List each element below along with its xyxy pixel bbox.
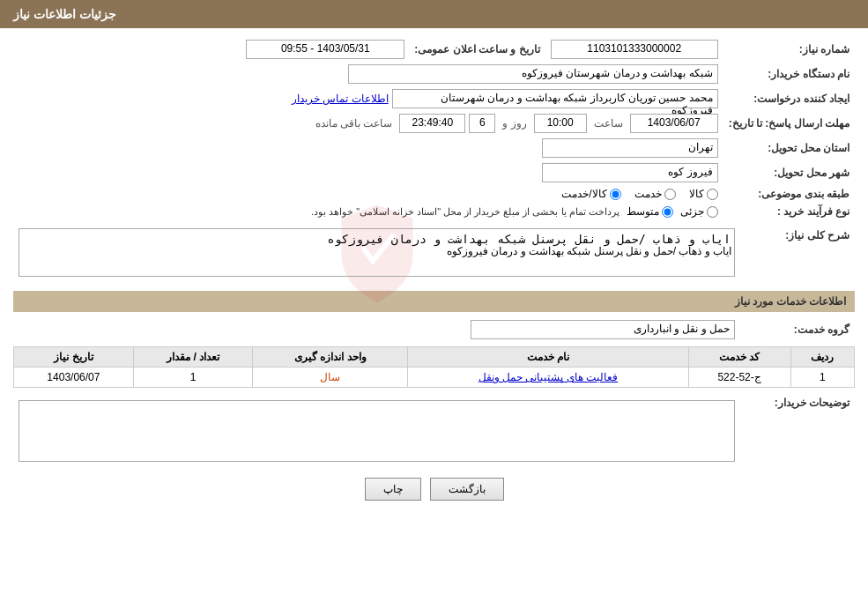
page-title: جزئیات اطلاعات نیاز <box>13 7 116 21</box>
announce-date-label: تاریخ و ساعت اعلان عمومی: <box>410 37 545 62</box>
footer-buttons: بازگشت چاپ <box>13 467 855 511</box>
deadline-time-label: ساعت <box>594 117 623 130</box>
need-description-textarea[interactable] <box>19 228 735 277</box>
radio-mottaset[interactable]: متوسط <box>627 205 673 218</box>
creator-label: ایجاد کننده درخواست: <box>723 86 855 111</box>
table-row: 1 ج-52-522 فعالیت های پشتیبانی حمل ونقل … <box>14 368 855 388</box>
radio-khedmat[interactable]: خدمت <box>634 188 676 200</box>
deadline-days-label: روز و <box>502 117 526 130</box>
city-value: فیروز کوه <box>13 160 723 185</box>
cell-name[interactable]: فعالیت های پشتیبانی حمل ونقل <box>408 368 688 388</box>
deadline-days-box: 6 <box>469 114 495 133</box>
need-number-label: شماره نیاز: <box>723 37 855 62</box>
radio-kala-khedmat[interactable]: کالا/خدمت <box>561 188 620 200</box>
purchase-type-row: جزئی متوسط پرداخت تمام یا بخشی از مبلغ خ… <box>13 203 723 220</box>
radio-khedmat-input[interactable] <box>664 189 676 200</box>
col-name: نام خدمت <box>408 347 688 368</box>
need-number-box: 1103101333000002 <box>551 40 718 59</box>
page-wrapper: جزئیات اطلاعات نیاز شماره نیاز: 11031013… <box>0 0 868 609</box>
service-group-label: گروه خدمت: <box>740 317 855 342</box>
deadline-date-box: 1403/06/07 <box>630 114 718 133</box>
main-content: شماره نیاز: 1103101333000002 تاریخ و ساع… <box>0 28 868 520</box>
col-unit: واحد اندازه گیری <box>253 347 408 368</box>
need-description-table: شرح کلی نیاز: <box>13 226 855 282</box>
purchase-notice: پرداخت تمام یا بخشی از مبلغ خریدار از مح… <box>311 206 619 218</box>
category-options: کالا خدمت کالا/خدمت <box>13 185 723 203</box>
announce-date-box: 1403/05/31 - 09:55 <box>246 40 404 59</box>
need-number-value: 1103101333000002 <box>545 37 723 62</box>
radio-jozei[interactable]: جزئی <box>680 205 718 218</box>
radio-kala[interactable]: کالا <box>689 188 718 200</box>
province-value: تهران <box>13 136 723 160</box>
radio-mottaset-input[interactable] <box>662 206 673 218</box>
need-description-label: شرح کلی نیاز: <box>740 226 855 282</box>
radio-kala-khedmat-input[interactable] <box>610 189 621 200</box>
radio-khedmat-label: خدمت <box>634 188 662 200</box>
radio-kala-input[interactable] <box>707 189 718 200</box>
radio-kala-khedmat-label: کالا/خدمت <box>561 188 606 200</box>
col-row: ردیف <box>790 347 854 368</box>
city-box: فیروز کوه <box>542 163 718 182</box>
buyer-name-label: نام دستگاه خریدار: <box>723 62 855 86</box>
contact-info-link[interactable]: اطلاعات تماس خریدار <box>292 93 389 105</box>
cell-unit: سال <box>253 368 408 388</box>
deadline-remaining-box: 23:49:40 <box>399 114 465 133</box>
page-header: جزئیات اطلاعات نیاز <box>0 0 868 28</box>
need-description-cell <box>13 226 740 282</box>
basic-info-table: شماره نیاز: 1103101333000002 تاریخ و ساع… <box>13 37 855 220</box>
service-group-box: حمل و نقل و انبارداری <box>471 320 735 339</box>
cell-date: 1403/06/07 <box>14 368 134 388</box>
cell-code: ج-52-522 <box>688 368 790 388</box>
radio-jozei-input[interactable] <box>707 206 718 218</box>
announce-date-value: 1403/05/31 - 09:55 <box>13 37 410 62</box>
province-box: تهران <box>542 138 718 158</box>
deadline-remaining-label: ساعت باقی مانده <box>315 117 393 130</box>
buyer-description-textarea[interactable] <box>19 400 735 462</box>
category-label: طبقه بندی موضوعی: <box>723 185 855 203</box>
service-group-table: گروه خدمت: حمل و نقل و انبارداری <box>13 317 855 342</box>
buyer-name-box: شبکه بهداشت و درمان شهرستان فیروزکوه <box>348 64 718 84</box>
col-qty: تعداد / مقدار <box>133 347 253 368</box>
creator-box: محمد حسین توریان کاربرداز شبکه بهداشت و … <box>392 89 718 108</box>
deadline-time-box: 10:00 <box>534 114 587 133</box>
purchase-type-label: نوع فرآیند خرید : <box>723 203 855 220</box>
print-button[interactable]: چاپ <box>365 478 421 501</box>
radio-jozei-label: جزئی <box>680 205 704 218</box>
service-group-value: حمل و نقل و انبارداری <box>13 317 740 342</box>
cell-row: 1 <box>790 368 854 388</box>
city-label: شهر محل تحویل: <box>723 160 855 185</box>
col-date: تاریخ نیاز <box>14 347 134 368</box>
buyer-description-cell <box>13 393 740 467</box>
col-code: کد خدمت <box>688 347 790 368</box>
back-button[interactable]: بازگشت <box>430 478 504 501</box>
buyer-name-value: شبکه بهداشت و درمان شهرستان فیروزکوه <box>13 62 723 86</box>
cell-qty: 1 <box>133 368 253 388</box>
deadline-row: 1403/06/07 ساعت 10:00 روز و 6 23:49:40 س… <box>13 111 723 136</box>
creator-row: محمد حسین توریان کاربرداز شبکه بهداشت و … <box>13 86 723 111</box>
buyer-description-table: توضیحات خریدار: <box>13 393 855 467</box>
services-table: ردیف کد خدمت نام خدمت واحد اندازه گیری ت… <box>13 346 855 388</box>
buyer-description-label: توضیحات خریدار: <box>740 393 855 467</box>
services-section-title: اطلاعات خدمات مورد نیاز <box>13 291 855 312</box>
need-description-wrapper <box>19 228 735 279</box>
deadline-label: مهلت ارسال پاسخ: تا تاریخ: <box>723 111 855 136</box>
radio-mottaset-label: متوسط <box>627 205 659 218</box>
province-label: استان محل تحویل: <box>723 136 855 160</box>
radio-kala-label: کالا <box>689 188 704 200</box>
